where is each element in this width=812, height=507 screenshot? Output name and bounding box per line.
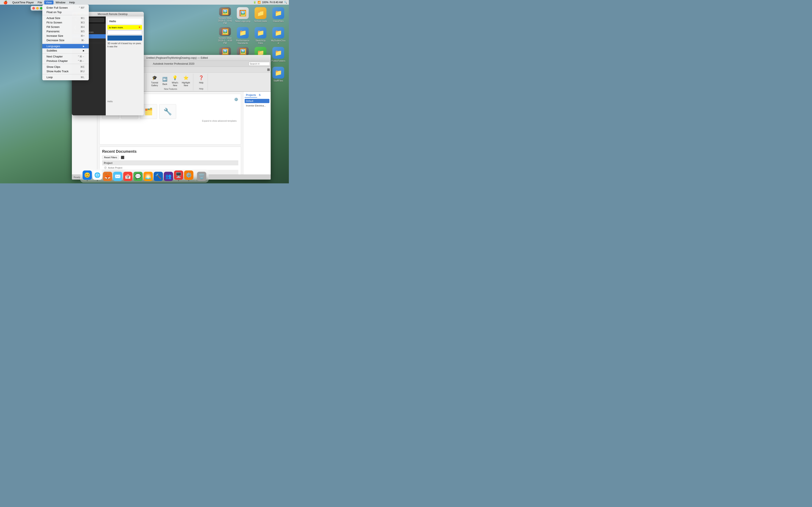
rd-hello-label: Hello [107,100,113,103]
desktop-icon-classfiles[interactable]: 📁 ClassFiles [270,6,287,25]
proj-tab-s[interactable]: S [258,93,262,98]
menu-item-decrease[interactable]: Decrease Size ⌘- [42,38,89,43]
ribbon-btn-tutorialgallery[interactable]: 🎓 Tutorial Gallery [150,73,159,88]
menu-item-panoramic[interactable]: Panoramic ⌘5 [42,29,89,34]
photos-icon: 🌅 [144,172,153,181]
dock-item-chrome[interactable]: 🌐 [93,170,102,181]
fit-shortcut: ⌘3 [81,21,85,24]
panoramic-label: Panoramic [47,30,60,33]
desktop-icon-screenshot1[interactable]: 🖼️ Screen Shot 2019-1…6:41 PM [216,6,234,25]
menu-item-showaudio[interactable]: Show Audio Track ⌘U [42,69,89,73]
whatsnew-icon: 💡 [172,74,179,81]
menu-item-subtitles[interactable]: Subtitles ▶ [42,48,89,53]
app-menu-help[interactable]: Help [67,0,77,4]
minimize-button[interactable] [36,7,39,9]
app-menu-quicktime[interactable]: QuickTime Player [11,0,36,4]
menu-item-fit[interactable]: Fit to Screen ⌘3 [42,20,89,25]
apple-menu[interactable]: 🍎 [2,0,9,5]
dock-item-finder[interactable]: 😊 [83,170,92,181]
screenshot2-label: Screen Shot 2019-1…4:08 PM [217,37,233,44]
desktop-icon-stafffiles[interactable]: 📁 StaffFiles [270,66,287,85]
fit-label: Fit to Screen [47,21,62,24]
dock-item-xcode[interactable]: 🔨 [154,172,163,181]
desktop-icon-publicfolders[interactable]: 📁 PublicFolders [270,46,287,65]
close-button[interactable] [32,7,35,9]
recent-docs-title: Recent Documents [102,149,238,154]
desktop-icon-screenshot2[interactable]: 🖼️ Screen Shot 2019-1…4:08 PM [216,26,234,45]
menu-item-float[interactable]: Float on Top [42,10,89,14]
whatsnew-label2: New [173,84,177,87]
dock-item-firefox[interactable]: 🦊 [103,172,112,181]
app-menu-window[interactable]: Window [54,0,67,4]
highlightnew-icon: ⭐ [183,74,189,81]
rd-main-search[interactable] [107,31,142,35]
ribbon-btn-back[interactable]: ⬅️ Back [160,75,169,86]
back-icon: ⬅️ [161,76,168,82]
dock-item-inventor[interactable]: ⚙️ [184,170,194,181]
newlogo-icon: 🖼️ [237,7,249,19]
whatsnew-label1: What's [172,81,178,84]
menu-item-increase[interactable]: Increase Size ⌘+ [42,34,89,38]
dock-item-trash[interactable]: 🗑️ [197,172,206,181]
menu-item-actual[interactable]: Actual Size ⌘1 [42,16,89,20]
dock-item-messages[interactable]: 💬 [134,172,143,181]
search-icon[interactable]: 🔍 [284,1,287,4]
showaudio-label: Show Audio Track [47,70,68,73]
remotedesktop-dot [178,180,179,181]
ribbon-btn-highlightnew[interactable]: ⭐ Highlight New [181,73,191,88]
dock-item-remotedesktop[interactable]: 🖥️ [174,170,183,181]
menu-item-fullscreen[interactable]: Enter Full Screen ⌃⌘F [42,5,89,10]
menu-item-nextchapter[interactable]: Next Chapter ⌃⌘→ [42,54,89,59]
dock-item-photos[interactable]: 🌅 [144,172,153,181]
wifi-icon: 📶 [258,1,261,4]
trash-icon: 🗑️ [197,172,206,181]
new-icon-4[interactable]: 🔧 [159,104,176,119]
dock-item-teams[interactable]: 👥 [164,172,173,181]
menu-item-languages[interactable]: Languages ▶ [42,44,89,48]
desktop-icon-perfstandards[interactable]: 📁 Performance Standards [234,26,251,45]
loop-label: Loop [47,76,53,79]
rd-yellow-close[interactable]: ✕ [139,26,140,29]
rd-yellow-text: to learn more. [109,26,123,29]
help-group-title: Help [199,88,203,91]
ribbon-buttons-help: ❓ Help [197,73,206,85]
fill-label: Fill Screen [47,25,59,29]
desktop-icon-newlogo[interactable]: 🖼️ New Logo.png [234,6,251,25]
filter-icon[interactable]: ⬛ [121,156,124,159]
perfstandards-icon: 📁 [237,27,249,39]
menu-item-loop[interactable]: Loop ⌘L [42,75,89,79]
active-project-radio[interactable]: ⚪ [104,166,107,169]
desktop-icon-sketchup[interactable]: 📁 SketchUp Files [252,26,269,45]
project-item-default[interactable]: Default [245,99,269,103]
subtitles-arrow: ▶ [83,49,85,52]
classfiles-label: ClassFiles [273,20,284,22]
app-menu-file[interactable]: File [36,0,44,4]
ribbon-btn-whatsnew[interactable]: 💡 What's New [170,73,180,88]
menu-item-fill[interactable]: Fill Screen ⌘4 [42,25,89,29]
actual-shortcut: ⌘1 [81,17,85,20]
fullscreen-shortcut: ⌃⌘F [79,6,85,9]
proj-tab-projects[interactable]: Projects [245,93,257,98]
chrome-icon: 🌐 [93,170,102,180]
highlightnew-label1: Highlight [182,81,190,84]
subtitles-label: Subtitles [47,49,57,52]
inv-search-input[interactable] [249,62,270,66]
desktop-icon-mydublincloud[interactable]: 📁 MyDublinCloud [270,26,287,45]
new-panel-gear-icon[interactable]: ⚙️ [234,97,238,101]
inv-view-toggle[interactable]: ⊞ [267,68,270,72]
stafffiles-icon: 📁 [272,67,284,78]
languages-arrow: ▶ [83,45,85,47]
newfeatures-group-title: New Features [164,88,177,91]
dock-item-mail[interactable]: ✉️ [113,172,122,181]
finder-dot [87,180,88,181]
menu-item-showclips[interactable]: Show Clips ⌘E [42,65,89,69]
desktop-icon-schooljunk[interactable]: 📁 School Junk [252,6,269,25]
expand-templates-link[interactable]: Expand to show advanced templates [102,119,238,123]
app-menu-view[interactable]: View [44,0,53,4]
project-item-electrical[interactable]: Inventor Electrica... [245,104,269,108]
perfstandards-label: Performance Standards [235,39,250,44]
reset-filters-button[interactable]: Reset Filters [102,156,119,159]
menu-item-prevchapter[interactable]: Previous Chapter ⌃⌘← [42,59,89,63]
ribbon-btn-help[interactable]: ❓ Help [197,73,206,85]
dock-item-calendar[interactable]: 📅 [123,172,133,181]
